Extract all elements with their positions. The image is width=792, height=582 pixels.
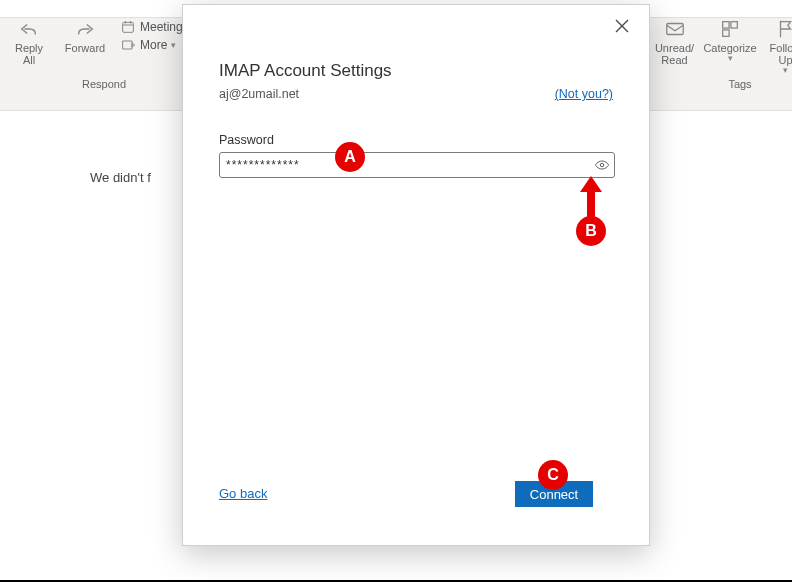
- ribbon-group-tags: Unread/ Read Categorize ▾ Follow Up ▾ Ta…: [640, 18, 792, 93]
- ribbon-group-respond: Reply All Forward Meeting More ▾ Respond: [0, 18, 195, 93]
- forward-label: Forward: [65, 42, 105, 54]
- dialog-title: IMAP Account Settings: [219, 61, 392, 81]
- chevron-down-icon: ▾: [783, 66, 788, 76]
- go-back-link[interactable]: Go back: [219, 486, 267, 501]
- forward-icon: [74, 18, 96, 40]
- reply-all-icon: [18, 18, 40, 40]
- background-message: We didn't f: [90, 170, 151, 185]
- imap-settings-dialog: IMAP Account Settings aj@2umail.net (Not…: [182, 4, 650, 546]
- chevron-down-icon: ▾: [171, 40, 176, 50]
- password-input[interactable]: [220, 158, 590, 172]
- svg-rect-2: [723, 22, 729, 28]
- unread-read-button[interactable]: Unread/ Read: [650, 18, 699, 66]
- reply-all-button[interactable]: Reply All: [4, 18, 54, 66]
- svg-rect-1: [666, 24, 683, 35]
- tags-group-label: Tags: [650, 78, 792, 90]
- categorize-button[interactable]: Categorize ▾: [705, 18, 755, 64]
- eye-icon: [594, 157, 610, 173]
- svg-rect-3: [731, 22, 737, 28]
- flag-icon: [775, 18, 793, 40]
- meeting-button[interactable]: Meeting: [120, 19, 183, 35]
- svg-point-5: [600, 163, 603, 166]
- svg-rect-4: [723, 30, 729, 36]
- connect-button[interactable]: Connect: [515, 481, 593, 507]
- more-button[interactable]: More ▾: [120, 37, 183, 53]
- respond-group-label: Respond: [4, 78, 204, 90]
- forward-button[interactable]: Forward: [60, 18, 110, 54]
- close-button[interactable]: [615, 19, 633, 37]
- follow-up-button[interactable]: Follow Up ▾: [761, 18, 792, 76]
- follow-up-label: Follow Up: [770, 42, 792, 66]
- password-field-container: [219, 152, 615, 178]
- calendar-icon: [120, 19, 136, 35]
- meeting-label: Meeting: [140, 20, 183, 34]
- chevron-down-icon: ▾: [728, 54, 733, 64]
- not-you-link[interactable]: (Not you?): [555, 87, 613, 101]
- envelope-icon: [664, 18, 686, 40]
- more-label: More: [140, 38, 167, 52]
- reply-all-label: Reply All: [15, 42, 43, 66]
- more-icon: [120, 37, 136, 53]
- unread-read-label: Unread/ Read: [655, 42, 694, 66]
- close-icon: [615, 19, 629, 33]
- reveal-password-button[interactable]: [590, 157, 614, 173]
- svg-rect-0: [123, 22, 134, 32]
- password-label: Password: [219, 133, 274, 147]
- dialog-email: aj@2umail.net: [219, 87, 299, 101]
- categorize-icon: [719, 18, 741, 40]
